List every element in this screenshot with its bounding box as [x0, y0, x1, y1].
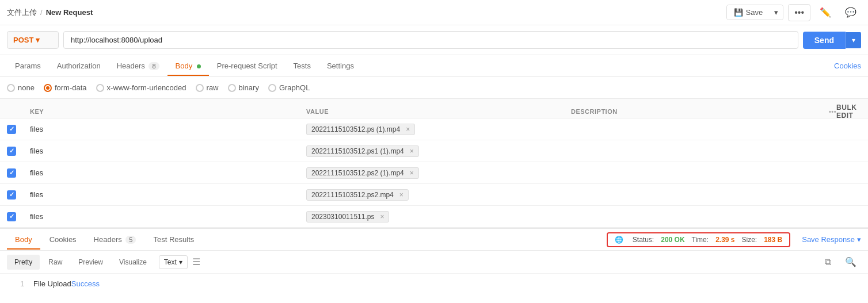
- text-type-selector[interactable]: Text ▾: [159, 255, 188, 269]
- file-remove-3[interactable]: ×: [410, 169, 414, 177]
- row-key-5: files: [23, 208, 299, 225]
- rtab-test-results[interactable]: Test Results: [145, 231, 202, 250]
- body-type-graphql[interactable]: GraphQL: [268, 83, 310, 92]
- row-more-5[interactable]: [822, 214, 868, 219]
- edit-icon[interactable]: ✏️: [815, 4, 836, 21]
- code-line-1: 1 File Upload Success: [0, 278, 868, 289]
- bulk-edit-btn[interactable]: Bulk Edit: [836, 103, 861, 120]
- save-dropdown-arrow[interactable]: ▾: [770, 5, 783, 20]
- response-tabs-bar: Body Cookies Headers 5 Test Results 🌐 St…: [0, 228, 868, 251]
- radio-graphql: [268, 84, 276, 92]
- table-row: files 20221115103512.ps2 (1).mp4 ×: [0, 162, 868, 184]
- send-dropdown[interactable]: ▾: [846, 32, 861, 48]
- file-tag-3: 20221115103512.ps2 (1).mp4 ×: [306, 167, 419, 179]
- ftab-pretty[interactable]: Pretty: [7, 255, 40, 270]
- cookies-link[interactable]: Cookies: [834, 62, 861, 70]
- row-more-3[interactable]: [822, 171, 868, 175]
- method-selector[interactable]: POST ▾: [7, 31, 59, 49]
- search-icon[interactable]: 🔍: [840, 254, 861, 270]
- row-key-3: files: [23, 164, 299, 182]
- table-row: files 20221115103512.ps (1).mp4 ×: [0, 118, 868, 140]
- row-checkbox-5[interactable]: [7, 212, 16, 221]
- row-more-1[interactable]: [822, 127, 868, 132]
- row-checkbox-4[interactable]: [7, 190, 16, 200]
- size-value: 183 B: [764, 236, 782, 244]
- file-remove-2[interactable]: ×: [410, 147, 414, 155]
- copy-icon[interactable]: ⧉: [820, 254, 836, 270]
- rtab-headers[interactable]: Headers 5: [86, 231, 144, 250]
- row-desc-5: [564, 212, 822, 221]
- top-bar-actions: 💾 Save ▾ ••• ✏️ 💬: [726, 4, 861, 21]
- tab-pre-request[interactable]: Pre-request Script: [209, 57, 285, 76]
- body-type-none[interactable]: none: [7, 83, 35, 92]
- row-checkbox-1[interactable]: [7, 125, 16, 134]
- row-checkbox-2[interactable]: [7, 147, 16, 156]
- request-tabs: Params Authorization Headers 8 Body Pre-…: [0, 55, 868, 77]
- format-icon[interactable]: ☰: [192, 256, 200, 267]
- file-remove-5[interactable]: ×: [380, 213, 384, 221]
- radio-binary: [228, 84, 236, 92]
- table-row: files 20221115103512.ps2.mp4 ×: [0, 184, 868, 206]
- url-bar: POST ▾ Send ▾: [0, 25, 868, 55]
- th-more: ••• Bulk Edit: [822, 99, 868, 124]
- save-response-btn[interactable]: Save Response ▾: [802, 235, 861, 244]
- format-tabs: Pretty Raw Preview Visualize: [7, 255, 154, 270]
- row-desc-3: [564, 168, 822, 178]
- radio-raw: [196, 84, 204, 92]
- file-remove-4[interactable]: ×: [399, 191, 403, 199]
- breadcrumb-area: 文件上传 / New Request: [7, 7, 93, 18]
- table-row: files 20230310011511.ps ×: [0, 206, 868, 228]
- breadcrumb-slash: /: [40, 8, 43, 17]
- ftab-preview[interactable]: Preview: [71, 255, 111, 270]
- tab-headers[interactable]: Headers 8: [109, 57, 167, 76]
- tab-settings[interactable]: Settings: [319, 57, 362, 76]
- ftab-visualize[interactable]: Visualize: [112, 255, 154, 270]
- tab-tests[interactable]: Tests: [285, 57, 319, 76]
- rtab-body[interactable]: Body: [7, 231, 40, 250]
- url-input[interactable]: [63, 31, 798, 49]
- params-table: KEY VALUE DESCRIPTION ••• Bulk Edit file…: [0, 99, 868, 228]
- text-type-arrow: ▾: [179, 258, 182, 266]
- send-button[interactable]: Send: [803, 32, 846, 49]
- row-more-4[interactable]: [822, 193, 868, 197]
- time-label: Time:: [692, 236, 709, 244]
- radio-urlencoded: [96, 84, 104, 92]
- rtab-cookies[interactable]: Cookies: [41, 231, 85, 250]
- th-value: VALUE: [299, 103, 564, 120]
- row-value-2: 20221115103512.ps1 (1).mp4 ×: [299, 141, 564, 162]
- ftab-raw[interactable]: Raw: [41, 255, 70, 270]
- body-type-binary[interactable]: binary: [228, 83, 259, 92]
- file-tag-4: 20221115103512.ps2.mp4 ×: [306, 189, 409, 201]
- method-label: POST: [13, 36, 33, 44]
- body-type-raw[interactable]: raw: [196, 83, 219, 92]
- size-label: Size:: [742, 236, 757, 244]
- tabs-list: Params Authorization Headers 8 Body Pre-…: [7, 57, 362, 75]
- more-options-button[interactable]: •••: [788, 4, 810, 21]
- method-dropdown-icon: ▾: [36, 36, 40, 44]
- response-content: 1 File Upload Success: [0, 274, 868, 303]
- row-value-4: 20221115103512.ps2.mp4 ×: [299, 185, 564, 205]
- body-type-urlencoded[interactable]: x-www-form-urlencoded: [96, 83, 186, 92]
- save-button[interactable]: 💾 Save: [727, 5, 770, 20]
- radio-none: [7, 84, 15, 92]
- row-value-1: 20221115103512.ps (1).mp4 ×: [299, 119, 564, 140]
- file-remove-1[interactable]: ×: [406, 125, 410, 133]
- row-checkbox-3[interactable]: [7, 168, 16, 178]
- row-desc-1: [564, 125, 822, 134]
- line-number: 1: [7, 280, 24, 288]
- body-type-form-data[interactable]: form-data: [44, 83, 87, 92]
- send-button-group[interactable]: Send ▾: [803, 32, 861, 49]
- table-header-row: KEY VALUE DESCRIPTION ••• Bulk Edit: [0, 99, 868, 118]
- row-more-2[interactable]: [822, 149, 868, 154]
- tab-body[interactable]: Body: [167, 57, 209, 76]
- tab-authorization[interactable]: Authorization: [49, 57, 109, 76]
- table-row: files 20221115103512.ps1 (1).mp4 ×: [0, 140, 868, 162]
- response-text-highlight: Success: [71, 279, 100, 288]
- comment-icon[interactable]: 💬: [840, 4, 861, 21]
- tab-params[interactable]: Params: [7, 57, 49, 76]
- response-status-area: 🌐 Status: 200 OK Time: 2.39 s Size: 183 …: [607, 232, 861, 247]
- row-desc-4: [564, 190, 822, 200]
- save-button-group[interactable]: 💾 Save ▾: [726, 5, 784, 20]
- file-tag-1: 20221115103512.ps (1).mp4 ×: [306, 124, 415, 135]
- table-more-icon[interactable]: •••: [829, 108, 836, 115]
